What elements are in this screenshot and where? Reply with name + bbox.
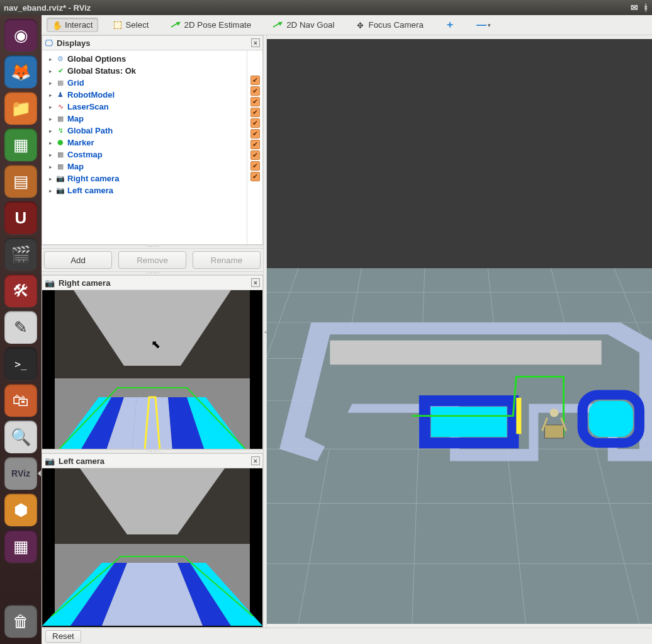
crosshair-icon: ✥ (356, 21, 364, 30)
launcher-dash[interactable]: ◉ (4, 19, 37, 52)
svg-rect-8 (42, 290, 55, 449)
checkbox-map[interactable]: ✔ (250, 108, 260, 117)
add-tool-button[interactable]: ＋ (439, 16, 461, 34)
launcher-impress[interactable]: ▤ (4, 165, 37, 198)
tree-item-left-camera[interactable]: ▸📷Left camera (43, 184, 245, 196)
path-icon: ↯ (56, 127, 65, 135)
focus-camera-tool-button[interactable]: ✥ Focus Camera (350, 18, 429, 32)
tree-item-right-camera[interactable]: ▸📷Right camera (43, 172, 245, 184)
bluetooth-indicator-icon[interactable]: ᚼ (643, 3, 648, 13)
main-3d-view[interactable] (267, 39, 652, 624)
close-icon[interactable]: × (251, 278, 260, 287)
checkbox-left-camera[interactable]: ✔ (250, 172, 260, 181)
nav-goal-label: 2D Nav Goal (286, 20, 334, 30)
tree-item-costmap[interactable]: ▸▩Costmap (43, 149, 245, 161)
arrow-green-icon (171, 22, 181, 28)
reset-button[interactable]: Reset (45, 630, 81, 643)
launcher-files[interactable]: 📁 (4, 92, 37, 125)
displays-panel-body: ▸⚙Global Options ▸✔Global Status: Ok ▸▦G… (42, 50, 263, 245)
svg-marker-13 (130, 397, 174, 449)
right-camera-title: Right camera (59, 278, 110, 288)
monitor-icon: 🖵 (45, 38, 53, 48)
select-tool-button[interactable]: Select (108, 18, 154, 32)
pose-estimate-label: 2D Pose Estimate (184, 20, 252, 30)
tree-item-global-path[interactable]: ▸↯Global Path (43, 125, 245, 137)
right-camera-panel-header[interactable]: 📷 Right camera × (42, 275, 263, 290)
plus-icon: ＋ (445, 18, 455, 31)
svg-rect-21 (250, 468, 262, 626)
add-button[interactable]: Add (44, 251, 112, 269)
tree-item-map[interactable]: ▸▩Map (43, 113, 245, 125)
unity-launcher: ◉ 🦊 📁 ▦ ▤ U 🎬 🛠 ✎ >_ 🛍 🔍 RViz ⬢ ▦ 🗑 (0, 15, 42, 644)
svg-rect-27 (267, 39, 652, 268)
window-title: nav_eband.rviz* - RViz (4, 3, 91, 13)
svg-rect-50 (544, 425, 563, 438)
displays-title: Displays (57, 38, 90, 48)
launcher-ubuntu-one[interactable]: U (4, 201, 37, 234)
close-icon[interactable]: × (251, 456, 260, 465)
checkbox-laserscan[interactable]: ✔ (250, 97, 260, 106)
rviz-toolbar: ✋ Interact Select 2D Pose Estimate 2D Na… (42, 15, 652, 35)
launcher-workspace[interactable]: ▦ (4, 530, 37, 563)
interact-label: Interact (65, 20, 93, 30)
launcher-firefox[interactable]: 🦊 (4, 55, 37, 88)
chevron-down-icon: ▾ (488, 22, 491, 28)
svg-line-0 (171, 23, 177, 27)
camera-icon: 📷 (45, 278, 55, 288)
nav-goal-tool-button[interactable]: 2D Nav Goal (267, 18, 340, 32)
tree-item-robotmodel[interactable]: ▸♟RobotModel (43, 89, 245, 101)
close-icon[interactable]: × (251, 38, 260, 47)
checkbox-map-2[interactable]: ✔ (250, 150, 260, 160)
left-camera-panel-header[interactable]: 📷 Left camera × (42, 453, 263, 468)
displays-tree[interactable]: ▸⚙Global Options ▸✔Global Status: Ok ▸▦G… (42, 50, 247, 244)
left-camera-title: Left camera (59, 456, 104, 466)
svg-rect-49 (516, 398, 521, 434)
arrow-green-icon (273, 22, 283, 28)
grid-icon: ▦ (56, 79, 65, 88)
launcher-terminal[interactable]: >_ (4, 347, 37, 380)
svg-marker-44 (330, 341, 601, 364)
launcher-settings[interactable]: 🛠 (4, 274, 37, 307)
displays-panel-header[interactable]: 🖵 Displays × (42, 35, 263, 50)
check-icon: ✔ (56, 67, 65, 76)
checkbox-robotmodel[interactable]: ✔ (250, 86, 260, 96)
launcher-search[interactable]: 🔍 (4, 421, 37, 453)
tree-item-laserscan[interactable]: ▸∿LaserScan (43, 101, 245, 113)
camera-icon: 📷 (56, 186, 65, 195)
tree-item-grid[interactable]: ▸▦Grid (43, 77, 245, 89)
svg-line-2 (273, 23, 279, 27)
launcher-rviz[interactable]: RViz (4, 457, 37, 490)
svg-rect-9 (250, 290, 262, 449)
launcher-calc[interactable]: ▦ (4, 128, 37, 161)
checkbox-global-path[interactable]: ✔ (250, 118, 260, 128)
tree-item-global-status[interactable]: ▸✔Global Status: Ok (43, 65, 245, 77)
svg-rect-20 (42, 468, 55, 626)
checkbox-costmap[interactable]: ✔ (250, 140, 260, 149)
left-camera-view[interactable] (42, 468, 263, 628)
interact-tool-button[interactable]: ✋ Interact (47, 18, 98, 32)
displays-check-column: ✔ ✔ ✔ ✔ ✔ ✔ ✔ ✔ ✔ ✔ (247, 50, 262, 244)
map-icon: ▩ (56, 115, 65, 123)
tree-item-global-options[interactable]: ▸⚙Global Options (43, 53, 245, 65)
launcher-gedit[interactable]: ✎ (4, 311, 37, 344)
launcher-trash[interactable]: 🗑 (4, 605, 37, 638)
launcher-software[interactable]: 🛍 (4, 384, 37, 417)
tree-item-marker[interactable]: ▸⬣Marker (43, 137, 245, 149)
rename-button[interactable]: Rename (193, 251, 261, 269)
tree-item-map-2[interactable]: ▸▩Map (43, 161, 245, 172)
minus-icon: — (476, 20, 486, 31)
svg-point-51 (549, 409, 558, 417)
svg-rect-46 (589, 401, 633, 437)
remove-button[interactable]: Remove (118, 251, 186, 269)
camera-icon: 📷 (45, 456, 55, 466)
checkbox-right-camera[interactable]: ✔ (250, 161, 260, 171)
checkbox-marker[interactable]: ✔ (250, 129, 260, 138)
launcher-gazebo[interactable]: ⬢ (4, 494, 37, 526)
checkbox-grid[interactable]: ✔ (250, 76, 260, 85)
remove-tool-button[interactable]: —▾ (471, 17, 497, 33)
launcher-video[interactable]: 🎬 (4, 238, 37, 271)
pose-estimate-tool-button[interactable]: 2D Pose Estimate (165, 18, 257, 32)
mail-indicator-icon[interactable]: ✉ (631, 3, 638, 13)
laser-icon: ∿ (56, 103, 65, 111)
right-camera-view[interactable]: ⬉ (42, 290, 263, 449)
